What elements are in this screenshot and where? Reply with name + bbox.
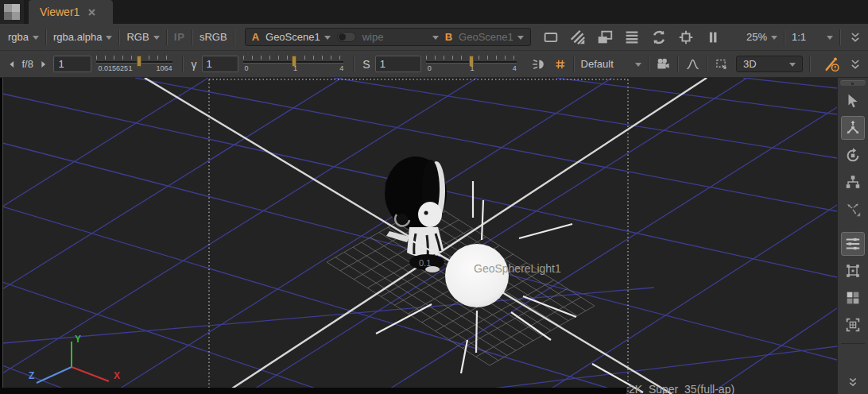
input-a-letter: A (252, 31, 259, 43)
separator (45, 29, 47, 45)
camera-icon[interactable] (656, 56, 671, 73)
gain-slider[interactable]: 0.015625 1 1064 (96, 54, 172, 75)
chevron-down-icon (324, 36, 331, 40)
wipe-toggle[interactable] (337, 32, 356, 42)
tab-label: Viewer1 (40, 6, 79, 18)
geo-sphere-light[interactable] (445, 244, 509, 307)
ab-input-cluster: A GeoScene1 wipe B GeoScene1 (245, 28, 531, 46)
split-view-button[interactable] (841, 286, 865, 310)
view-mode-value: 3D (743, 58, 757, 70)
scale-tool-button[interactable] (841, 170, 865, 194)
input-process-button[interactable]: IP (174, 31, 185, 43)
fstop-label: f/8 (22, 58, 33, 70)
slider-track (96, 61, 172, 64)
color-sampler-icon[interactable] (823, 56, 841, 73)
gamma-symbol: γ (192, 58, 197, 71)
separator (353, 56, 355, 72)
translate-tool-button[interactable] (841, 116, 865, 140)
sat-tick-max: 4 (513, 64, 517, 72)
stripes-checker-icon[interactable] (569, 29, 587, 46)
sat-input[interactable] (375, 56, 421, 72)
sat-tick-min: 0 (428, 64, 432, 72)
pixel-ratio-dropdown[interactable]: 1:1 (792, 31, 833, 43)
collapse-toolbar-icon[interactable] (847, 29, 863, 45)
input-b-dropdown[interactable]: GeoScene1 (459, 31, 524, 43)
separator (192, 29, 193, 45)
viewport-3d[interactable]: GeoSphereLight1 0.1 2K_Super_35(full-ap)… (0, 78, 837, 394)
slider-ticks (96, 56, 172, 60)
gamma-input[interactable] (202, 56, 238, 72)
alpha-channel-dropdown[interactable]: rgba.alpha (53, 31, 112, 43)
prev-stop-icon[interactable] (8, 59, 16, 70)
chevron-down-icon (789, 63, 796, 67)
channels-dropdown[interactable]: rgba (8, 31, 39, 43)
collapse-panel-icon[interactable] (846, 375, 860, 389)
refresh-icon[interactable] (650, 29, 668, 46)
chevron-down-icon (827, 36, 833, 40)
chevron-down-icon (106, 36, 112, 40)
frame-grid-icon (844, 316, 862, 334)
separator (234, 29, 235, 45)
gain-input[interactable] (53, 56, 91, 72)
separator (707, 56, 708, 72)
view-mode-dropdown[interactable]: 3D (736, 56, 803, 72)
pause-icon[interactable] (704, 29, 722, 46)
frame-view-button[interactable] (841, 313, 865, 337)
select-tool-button[interactable] (841, 89, 865, 113)
channels-value: rgba (8, 31, 29, 43)
wipe-mode-value: wipe (362, 31, 428, 43)
chevron-down-icon (517, 36, 524, 40)
collapse-toolbar-icon[interactable] (847, 56, 863, 72)
pixel-ratio-value: 1:1 (792, 31, 806, 43)
separator (182, 56, 184, 72)
gaussian-curve-icon[interactable] (685, 56, 700, 73)
float-window-icon[interactable] (596, 29, 614, 46)
separator (573, 56, 575, 72)
viewer-display-icons (542, 29, 722, 46)
translate-icon (844, 119, 862, 137)
axis-z-label: Z (29, 370, 34, 381)
roi-target-icon[interactable] (677, 29, 695, 46)
display-channel-value: RGB (126, 31, 149, 43)
tab-viewer1[interactable]: Viewer1 (29, 0, 113, 24)
toolbar-divider (841, 343, 865, 344)
sampler-group (803, 56, 868, 73)
format-frame-icon[interactable] (542, 29, 560, 46)
stacked-rows-icon[interactable] (623, 29, 641, 46)
input-a-dropdown[interactable]: GeoScene1 (265, 31, 331, 43)
multi-transform-tool-button[interactable] (841, 197, 865, 221)
scene-canvas (2, 78, 837, 394)
sliders-icon (844, 235, 862, 253)
format-name-label: 2K_Super_35(full-ap) (629, 383, 734, 394)
pane-layout-icon[interactable] (0, 0, 24, 24)
gamma-slider[interactable]: 0 1 4 (243, 54, 344, 75)
zoom-level-dropdown[interactable]: 25% (746, 31, 777, 43)
vertex-bbox-icon (844, 262, 862, 280)
wipe-mode-dropdown[interactable]: wipe (362, 31, 439, 43)
tab-close-icon[interactable] (87, 8, 96, 17)
next-stop-icon[interactable] (40, 59, 48, 70)
gain-slider-handle[interactable] (137, 56, 141, 67)
sat-tick-mid: 1 (471, 64, 475, 72)
marquee-select-icon[interactable] (715, 56, 728, 73)
rotate-tool-button[interactable] (841, 143, 865, 167)
grid-toggle-icon[interactable] (554, 56, 567, 72)
gamma-tick-max: 4 (339, 64, 343, 72)
input-b-letter: B (445, 31, 452, 43)
vertex-bbox-button[interactable] (841, 259, 865, 283)
viewer-toolbar-top: rgba rgba.alpha RGB IP sRGB A GeoScene1 … (0, 24, 868, 51)
display-properties-button[interactable] (841, 232, 865, 256)
viewer-toolbar-gain: f/8 0.015625 1 1064 γ 0 1 4 S (0, 51, 868, 78)
sat-slider[interactable]: 0 1 4 (426, 54, 517, 75)
toolbar-grab-handle[interactable] (840, 80, 866, 86)
lut-dropdown[interactable]: Default (581, 58, 641, 70)
nuke-viewer-window: Viewer1 rgba rgba.alpha RGB IP sRGB A (0, 0, 868, 394)
viewer-colorspace-button[interactable]: sRGB (200, 31, 227, 43)
separator (166, 29, 168, 45)
alpha-channel-value: rgba.alpha (53, 31, 102, 43)
separator (648, 56, 649, 72)
headlight-icon[interactable] (531, 56, 546, 73)
sat-symbol: S (362, 58, 370, 71)
axis-y-label: Y (75, 334, 81, 345)
display-channel-dropdown[interactable]: RGB (126, 31, 159, 43)
